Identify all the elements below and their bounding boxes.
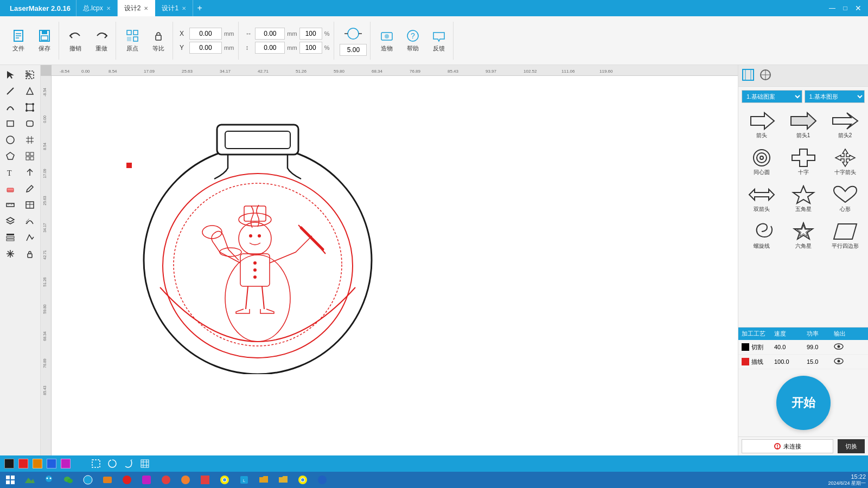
- help-button[interactable]: ? 帮助: [402, 26, 424, 55]
- lock2-tool[interactable]: [21, 246, 39, 261]
- tab-design1-close[interactable]: ✕: [182, 5, 186, 11]
- layer-tool[interactable]: [1, 214, 20, 229]
- taskbar-app-8[interactable]: [157, 473, 175, 486]
- shape-concentric[interactable]: 同心圆: [742, 144, 781, 179]
- tab-lcpx-close[interactable]: ✕: [106, 5, 111, 11]
- canvas-area[interactable]: -8.54 0.00 8.54 17.09 25.63 34.17 42.71 …: [41, 65, 738, 455]
- shape-arrow3[interactable]: 箭头2: [825, 107, 865, 142]
- height-pct-input[interactable]: [299, 42, 322, 54]
- minimize-button[interactable]: —: [827, 3, 838, 14]
- shape-star5[interactable]: 五角星: [783, 181, 823, 216]
- circle-tool[interactable]: [1, 132, 20, 147]
- taskbar-app-1[interactable]: [21, 473, 38, 486]
- process-row-cut[interactable]: 切割 40.0 99.0: [738, 340, 868, 355]
- edit-tool[interactable]: [21, 100, 39, 115]
- trace-eye-icon[interactable]: [834, 357, 856, 366]
- cut-eye-icon[interactable]: [834, 343, 856, 351]
- x-input[interactable]: [189, 28, 222, 40]
- taskbar-app-14[interactable]: [275, 473, 292, 486]
- text2-tool[interactable]: [21, 165, 39, 180]
- lock-button[interactable]: 等比: [148, 26, 169, 55]
- rect-tool[interactable]: [1, 116, 20, 131]
- shape-filter-1[interactable]: 1.基础图案: [742, 90, 802, 103]
- text-tool[interactable]: T: [1, 165, 20, 180]
- shape-arrow2[interactable]: 箭头1: [783, 107, 823, 142]
- taskbar-app-3[interactable]: [60, 473, 77, 486]
- taskbar-clock[interactable]: 15:22 2024/6/24 星期一: [828, 473, 866, 487]
- right-icon-1[interactable]: [742, 68, 755, 83]
- shape-spiral[interactable]: 螺旋线: [742, 218, 781, 253]
- tab-design1[interactable]: 设计1 ✕: [155, 0, 193, 16]
- snowflake-tool[interactable]: [1, 246, 20, 261]
- width-pct-input[interactable]: [299, 28, 322, 40]
- bottom-select-rect[interactable]: [90, 458, 102, 470]
- bottom-rotate[interactable]: [123, 458, 135, 470]
- tab-design2-close[interactable]: ✕: [144, 5, 148, 11]
- shape-filter-2[interactable]: 1.基本图形: [805, 90, 865, 103]
- height-input[interactable]: [255, 42, 285, 54]
- spacing-input[interactable]: [340, 44, 367, 56]
- feedback-button[interactable]: 反馈: [428, 26, 450, 55]
- shape-arrow1[interactable]: 箭头: [742, 107, 781, 142]
- close-button[interactable]: ✕: [853, 3, 864, 14]
- taskbar-app-2[interactable]: [40, 473, 58, 486]
- taskbar-app-12[interactable]: L: [235, 473, 253, 486]
- start-button[interactable]: 开始: [776, 376, 831, 430]
- file-button[interactable]: 文件: [8, 26, 29, 55]
- tab-lcpx[interactable]: 总.lcpx ✕: [76, 0, 118, 16]
- shape-parallelogram[interactable]: 平行四边形: [825, 218, 865, 253]
- color-purple[interactable]: [61, 459, 71, 468]
- shape-double-arrow[interactable]: 双箭头: [742, 181, 781, 216]
- shape-cross-arrow[interactable]: 十字箭头: [825, 144, 865, 179]
- taskbar-app-6[interactable]: [118, 473, 136, 486]
- color-red[interactable]: [18, 459, 28, 468]
- select-tool[interactable]: [1, 67, 20, 82]
- pen-tool[interactable]: [1, 84, 20, 99]
- undo-button[interactable]: 撤销: [65, 26, 86, 55]
- origin-button[interactable]: 原点: [122, 26, 143, 55]
- tab-design2[interactable]: 设计2 ✕: [118, 0, 156, 16]
- shape-tool[interactable]: [21, 84, 39, 99]
- taskbar-app-5[interactable]: [99, 473, 116, 486]
- right-icon-2[interactable]: [759, 68, 772, 83]
- taskbar-app-7[interactable]: [138, 473, 155, 486]
- multi-grid-tool[interactable]: [21, 149, 39, 164]
- taskbar-app-9[interactable]: [177, 473, 194, 486]
- object-button[interactable]: 造物: [376, 26, 398, 55]
- taskbar-app-4[interactable]: [79, 473, 97, 486]
- shape-star6[interactable]: 六角星: [783, 218, 823, 253]
- width-input[interactable]: [255, 28, 285, 40]
- table-tool[interactable]: [21, 197, 39, 213]
- taskbar-app-11[interactable]: [216, 473, 233, 486]
- cut-switch-button[interactable]: 切换: [838, 439, 865, 453]
- y-input[interactable]: [189, 42, 222, 54]
- shape-cross[interactable]: 十字: [783, 144, 823, 179]
- datatable-tool[interactable]: [1, 230, 20, 245]
- edit2-tool[interactable]: [21, 181, 39, 196]
- rounded-rect-tool[interactable]: [21, 116, 39, 131]
- node-tool[interactable]: [21, 214, 39, 229]
- shape-heart[interactable]: 心形: [825, 181, 865, 216]
- taskbar-app-16[interactable]: [314, 473, 331, 486]
- connection-status-button[interactable]: 未连接: [742, 439, 833, 453]
- ruler-tool[interactable]: [1, 197, 20, 213]
- bottom-grid[interactable]: [139, 458, 151, 470]
- process-row-trace[interactable]: 描线 100.0 15.0: [738, 355, 868, 369]
- canvas-background[interactable]: [52, 76, 738, 455]
- curve-tool[interactable]: [1, 100, 20, 115]
- save-button[interactable]: 保存: [34, 26, 55, 55]
- color-orange[interactable]: [33, 459, 42, 468]
- eraser-tool[interactable]: [1, 181, 20, 196]
- grid-tool[interactable]: [21, 132, 39, 147]
- bottom-lasso[interactable]: [106, 458, 118, 470]
- taskbar-app-13[interactable]: [255, 473, 272, 486]
- tab-add-button[interactable]: +: [193, 2, 206, 15]
- select2-tool[interactable]: [21, 67, 39, 82]
- color-black[interactable]: [4, 459, 14, 468]
- polygon-tool[interactable]: [1, 149, 20, 164]
- taskbar-app-15[interactable]: [294, 473, 311, 486]
- taskbar-app-10[interactable]: [196, 473, 214, 486]
- color-blue[interactable]: [47, 459, 56, 468]
- vector-tool[interactable]: [21, 230, 39, 245]
- redo-button[interactable]: 重做: [91, 26, 112, 55]
